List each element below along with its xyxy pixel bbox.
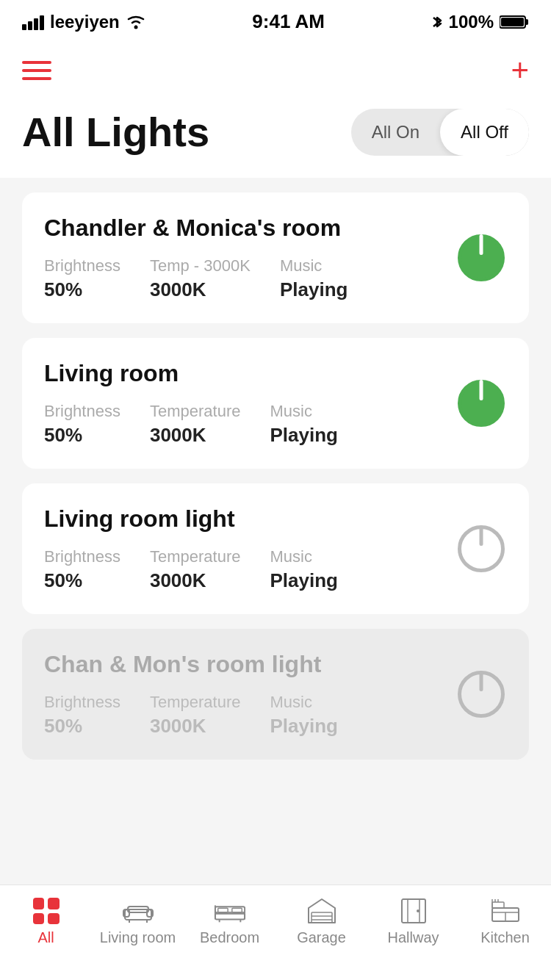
nav-label-hallway: Hallway xyxy=(387,929,439,946)
brightness-label: Brightness xyxy=(44,402,120,421)
brightness-value: 50% xyxy=(44,569,120,592)
svg-rect-22 xyxy=(311,912,332,923)
bed-icon xyxy=(214,897,246,925)
nav-item-living-room[interactable]: Living room xyxy=(92,897,184,946)
room-card-chandler-monica: Chandler & Monica's room Brightness 50% … xyxy=(22,192,529,323)
svg-rect-2 xyxy=(34,18,38,30)
temp-label: Temperature xyxy=(150,547,241,566)
brightness-stat: Brightness 50% xyxy=(44,547,120,592)
power-button[interactable] xyxy=(455,523,507,574)
nav-label-kitchen: Kitchen xyxy=(480,929,530,946)
cards-container: Chandler & Monica's room Brightness 50% … xyxy=(0,178,551,789)
temp-value: 3000K xyxy=(150,424,241,447)
temp-value: 3000K xyxy=(150,715,241,738)
all-off-button[interactable]: All Off xyxy=(440,109,529,156)
nav-item-all[interactable]: All xyxy=(0,897,92,946)
svg-rect-31 xyxy=(492,902,504,908)
bottom-nav: All Living room xyxy=(0,884,551,980)
status-bar: leeyiyen 9:41 AM 100% xyxy=(0,0,551,40)
power-button[interactable] xyxy=(455,232,507,284)
svg-rect-7 xyxy=(501,18,524,26)
power-circle-on xyxy=(458,380,505,427)
brightness-label: Brightness xyxy=(44,693,120,712)
svg-point-27 xyxy=(417,909,419,912)
nav-item-bedroom[interactable]: Bedroom xyxy=(184,897,276,946)
power-button[interactable] xyxy=(455,378,507,429)
power-circle-off xyxy=(458,525,505,572)
top-nav: + xyxy=(0,40,551,101)
room-card-stats: Brightness 50% Temperature 3000K Music P… xyxy=(44,547,507,592)
temp-stat: Temperature 3000K xyxy=(150,547,241,592)
svg-rect-3 xyxy=(40,15,44,30)
brightness-stat: Brightness 50% xyxy=(44,256,120,301)
temp-value: 3000K xyxy=(150,278,251,301)
add-button[interactable]: + xyxy=(511,55,529,86)
music-stat: Music Playing xyxy=(270,402,337,447)
page-title: All Lights xyxy=(22,108,209,156)
brightness-label: Brightness xyxy=(44,547,120,566)
svg-rect-25 xyxy=(402,899,425,923)
music-value: Playing xyxy=(270,424,337,447)
svg-rect-0 xyxy=(22,24,26,30)
music-label: Music xyxy=(270,402,337,421)
menu-button[interactable] xyxy=(22,61,51,80)
music-label: Music xyxy=(280,256,347,275)
power-circle-on xyxy=(458,234,505,281)
brightness-value: 50% xyxy=(44,715,120,738)
temp-stat: Temperature 3000K xyxy=(150,402,241,447)
status-time: 9:41 AM xyxy=(252,10,325,33)
room-card-title: Chandler & Monica's room xyxy=(44,215,507,242)
battery-icon xyxy=(500,15,529,29)
brightness-label: Brightness xyxy=(44,256,120,275)
temp-stat: Temperature 3000K xyxy=(150,693,241,738)
status-right: 100% xyxy=(431,12,529,32)
room-card-title: Living room xyxy=(44,360,507,387)
temp-value: 3000K xyxy=(150,569,241,592)
nav-label-living-room: Living room xyxy=(100,929,176,946)
room-card-stats: Brightness 50% Temp - 3000K 3000K Music … xyxy=(44,256,507,301)
room-card-stats: Brightness 50% Temperature 3000K Music P… xyxy=(44,402,507,447)
brightness-value: 50% xyxy=(44,278,120,301)
svg-rect-6 xyxy=(525,19,528,25)
music-label: Music xyxy=(270,547,337,566)
nav-item-garage[interactable]: Garage xyxy=(276,897,367,946)
svg-point-4 xyxy=(134,25,137,29)
music-value: Playing xyxy=(280,278,347,301)
status-left: leeyiyen xyxy=(22,12,146,32)
room-card-chan-mon-light: Chan & Mon's room light Brightness 50% T… xyxy=(22,629,529,760)
nav-item-hallway[interactable]: Hallway xyxy=(367,897,459,946)
nav-item-kitchen[interactable]: Kitchen xyxy=(459,897,551,946)
power-button[interactable] xyxy=(455,669,507,720)
wifi-icon xyxy=(126,15,146,29)
room-card-title: Chan & Mon's room light xyxy=(44,651,507,678)
music-stat: Music Playing xyxy=(270,547,337,592)
room-card-living-room: Living room Brightness 50% Temperature 3… xyxy=(22,338,529,469)
all-lights-toggle[interactable]: All On All Off xyxy=(351,109,529,156)
all-icon xyxy=(30,897,62,925)
bluetooth-icon xyxy=(431,13,443,31)
nav-label-all: All xyxy=(37,929,54,946)
music-value: Playing xyxy=(270,569,337,592)
music-value: Playing xyxy=(270,715,337,738)
brightness-stat: Brightness 50% xyxy=(44,693,120,738)
carrier-name: leeyiyen xyxy=(50,12,120,32)
svg-rect-1 xyxy=(28,21,32,30)
temp-stat: Temp - 3000K 3000K xyxy=(150,256,251,301)
temp-label: Temp - 3000K xyxy=(150,256,251,275)
room-card-title: Living room light xyxy=(44,505,507,533)
music-label: Music xyxy=(270,693,337,712)
kitchen-icon xyxy=(489,897,522,925)
room-card-living-room-light: Living room light Brightness 50% Tempera… xyxy=(22,483,529,614)
music-stat: Music Playing xyxy=(270,693,337,738)
nav-label-garage: Garage xyxy=(297,929,346,946)
temp-label: Temperature xyxy=(150,693,241,712)
music-stat: Music Playing xyxy=(280,256,347,301)
power-circle-off xyxy=(458,671,505,718)
hallway-icon xyxy=(397,897,430,925)
garage-icon xyxy=(306,897,338,925)
battery-percent: 100% xyxy=(449,12,494,32)
signal-icon xyxy=(22,14,44,30)
all-on-button[interactable]: All On xyxy=(351,109,440,156)
page-header: All Lights All On All Off xyxy=(0,101,551,178)
brightness-value: 50% xyxy=(44,424,120,447)
